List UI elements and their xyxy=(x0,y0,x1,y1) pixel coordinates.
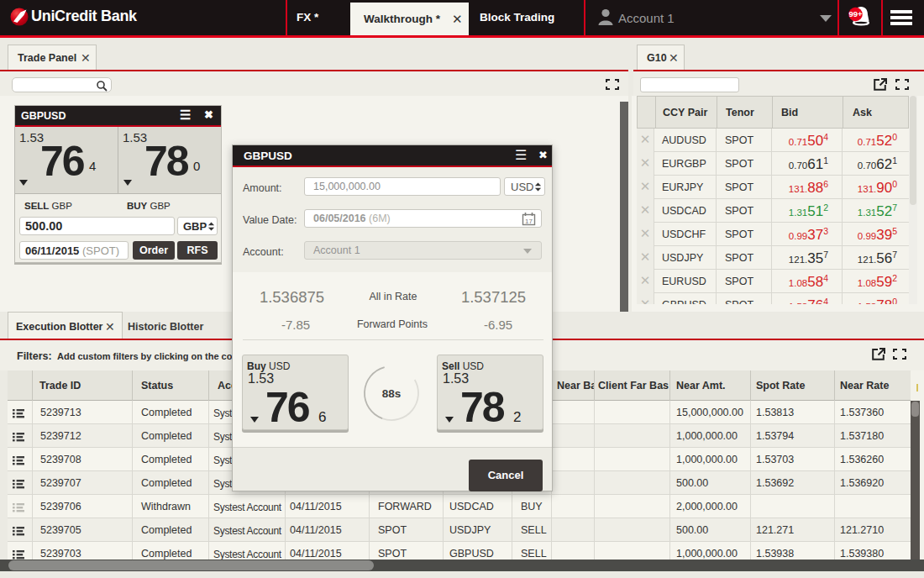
svg-text:99+: 99+ xyxy=(848,9,863,18)
svg-text:17: 17 xyxy=(525,218,533,225)
svg-text:88s: 88s xyxy=(382,387,402,400)
